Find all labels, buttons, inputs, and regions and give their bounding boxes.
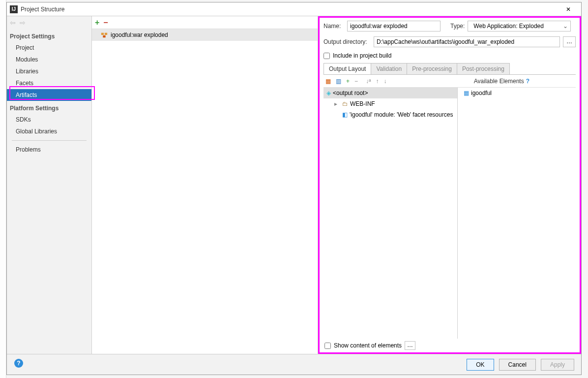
tree-facet-label: 'igoodful' module: 'Web' facet resources bbox=[350, 111, 453, 118]
nav-arrows: ⇦ ⇨ bbox=[7, 16, 91, 29]
section-project-settings: Project Settings bbox=[7, 29, 91, 42]
outdir-label: Output directory: bbox=[323, 38, 371, 45]
outdir-row: Output directory: … bbox=[323, 36, 576, 47]
show-content-options-button[interactable]: … bbox=[405, 341, 415, 350]
layout-tabs: Output Layout Validation Pre-processing … bbox=[323, 63, 576, 75]
svg-rect-0 bbox=[101, 33, 104, 35]
help-icon[interactable]: ? bbox=[526, 78, 529, 85]
layout-body: ◈ <output root> ▸ 🗀 WEB-INF ◧ 'igoodful'… bbox=[323, 88, 576, 339]
tree-facet-resources[interactable]: ◧ 'igoodful' module: 'Web' facet resourc… bbox=[323, 109, 457, 120]
sidebar-item-sdks[interactable]: SDKs bbox=[7, 114, 91, 126]
name-label: Name: bbox=[323, 23, 344, 30]
layout-toolbar: ▦ ▥ + − ↓ª ↑ ↓ Available Elements ? bbox=[323, 75, 576, 88]
artifact-details-panel: Name: Type: Web Application: Exploded ⌄ … bbox=[318, 16, 581, 354]
dialog-buttons: OK Cancel Apply bbox=[7, 354, 581, 375]
ok-button[interactable]: OK bbox=[467, 359, 494, 371]
arrow-left-icon[interactable]: ⇦ bbox=[10, 19, 16, 27]
add-copy-icon[interactable]: + bbox=[346, 78, 350, 85]
new-folder-icon[interactable]: ▦ bbox=[325, 78, 331, 85]
output-root-icon: ◈ bbox=[326, 90, 331, 96]
include-row: Include in project build bbox=[323, 52, 576, 59]
show-content-checkbox[interactable] bbox=[324, 343, 331, 349]
sidebar-item-facets[interactable]: Facets bbox=[7, 77, 91, 89]
tree-output-root-label: <output root> bbox=[333, 90, 368, 96]
remove-item-icon[interactable]: − bbox=[354, 78, 358, 85]
app-icon: IJ bbox=[10, 5, 18, 13]
section-platform-settings: Platform Settings bbox=[7, 101, 91, 114]
sidebar-item-project[interactable]: Project bbox=[7, 42, 91, 54]
move-up-icon[interactable]: ↑ bbox=[376, 78, 379, 85]
help-button[interactable]: ? bbox=[14, 359, 23, 368]
titlebar: IJ Project Structure ✕ bbox=[7, 2, 581, 16]
available-module[interactable]: ▦ igoodful bbox=[458, 88, 576, 98]
sidebar-divider bbox=[12, 140, 87, 141]
browse-button[interactable]: … bbox=[563, 36, 576, 47]
package-icon bbox=[101, 32, 108, 38]
tab-pre-processing[interactable]: Pre-processing bbox=[407, 63, 457, 74]
tree-webinf[interactable]: ▸ 🗀 WEB-INF bbox=[323, 98, 457, 109]
include-checkbox[interactable] bbox=[323, 53, 330, 59]
available-module-label: igoodful bbox=[471, 90, 492, 96]
chevron-down-icon: ⌄ bbox=[563, 23, 568, 30]
module-icon: ▦ bbox=[464, 90, 469, 96]
folder-icon: 🗀 bbox=[342, 100, 348, 107]
cancel-button[interactable]: Cancel bbox=[499, 359, 536, 371]
outdir-input[interactable] bbox=[374, 36, 560, 47]
artifact-label: igoodful:war exploded bbox=[111, 32, 168, 38]
remove-icon[interactable]: − bbox=[103, 18, 108, 27]
sidebar-item-libraries[interactable]: Libraries bbox=[7, 65, 91, 77]
name-input[interactable] bbox=[347, 21, 441, 32]
sidebar-item-problems[interactable]: Problems bbox=[7, 144, 91, 156]
arrow-right-icon[interactable]: ⇨ bbox=[20, 19, 26, 27]
type-select[interactable]: Web Application: Exploded ⌄ bbox=[468, 21, 571, 32]
dialog-body: ⇦ ⇨ Project Settings Project Modules Lib… bbox=[7, 16, 581, 354]
show-content-row: Show content of elements … bbox=[323, 339, 576, 352]
sidebar: ⇦ ⇨ Project Settings Project Modules Lib… bbox=[7, 16, 92, 354]
project-structure-dialog: IJ Project Structure ✕ ⇦ ⇨ Project Setti… bbox=[6, 2, 582, 375]
output-tree: ◈ <output root> ▸ 🗀 WEB-INF ◧ 'igoodful'… bbox=[323, 88, 458, 339]
artifact-list-panel: + − igoodful:war exploded bbox=[92, 16, 318, 354]
facet-icon: ◧ bbox=[342, 111, 348, 118]
sidebar-item-modules[interactable]: Modules bbox=[7, 54, 91, 65]
new-archive-icon[interactable]: ▥ bbox=[336, 78, 341, 85]
close-icon[interactable]: ✕ bbox=[559, 2, 578, 16]
available-tree: ▦ igoodful bbox=[458, 88, 576, 339]
expand-icon[interactable]: ▸ bbox=[334, 100, 340, 107]
sort-icon[interactable]: ↓ª bbox=[366, 78, 371, 85]
include-label: Include in project build bbox=[333, 52, 391, 59]
type-value: Web Application: Exploded bbox=[473, 23, 544, 30]
show-content-label: Show content of elements bbox=[334, 342, 402, 349]
available-elements-header: Available Elements ? bbox=[474, 78, 574, 85]
add-icon[interactable]: + bbox=[95, 18, 99, 27]
window-title: Project Structure bbox=[21, 6, 559, 13]
svg-rect-1 bbox=[105, 33, 107, 35]
tree-output-root[interactable]: ◈ <output root> bbox=[323, 88, 457, 98]
name-row: Name: Type: Web Application: Exploded ⌄ bbox=[323, 21, 576, 32]
tab-post-processing[interactable]: Post-processing bbox=[457, 63, 510, 74]
help-button-area: ? bbox=[14, 359, 23, 368]
editor-gutter bbox=[0, 0, 6, 378]
tab-validation[interactable]: Validation bbox=[371, 63, 407, 74]
sidebar-item-global-libraries[interactable]: Global Libraries bbox=[7, 126, 91, 137]
sidebar-item-artifacts[interactable]: Artifacts bbox=[7, 89, 91, 101]
move-down-icon[interactable]: ↓ bbox=[383, 78, 386, 85]
type-label: Type: bbox=[450, 23, 465, 30]
tab-output-layout[interactable]: Output Layout bbox=[323, 63, 371, 74]
artifact-list-toolbar: + − bbox=[92, 16, 318, 29]
tree-webinf-label: WEB-INF bbox=[350, 100, 375, 107]
available-label: Available Elements bbox=[474, 78, 524, 85]
svg-rect-2 bbox=[103, 35, 105, 37]
apply-button[interactable]: Apply bbox=[541, 359, 574, 371]
artifact-list-item[interactable]: igoodful:war exploded bbox=[92, 29, 318, 41]
